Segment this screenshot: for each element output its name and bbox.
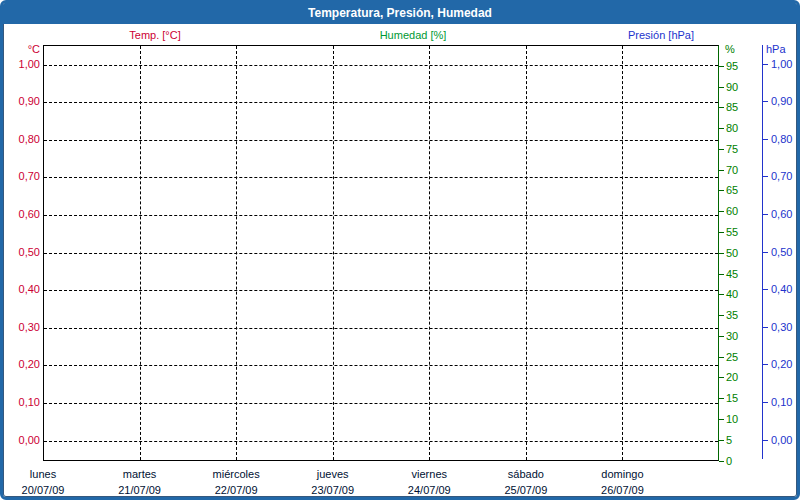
pressure-axis-tick-mark <box>763 327 768 328</box>
humidity-axis-tick-label: 75 <box>726 142 738 156</box>
humidity-axis-tick-mark <box>719 170 724 171</box>
x-axis-day-date: 22/07/09 <box>215 483 258 497</box>
temperature-axis-tick-label: 0,10 <box>3 395 40 409</box>
pressure-axis-tick-label: 1,00 <box>771 57 792 71</box>
humidity-axis-tick-label: 65 <box>726 183 738 197</box>
x-axis-day-date: 24/07/09 <box>408 483 451 497</box>
pressure-axis-tick-label: 0,20 <box>771 357 792 371</box>
x-axis-day-name: jueves <box>317 467 349 481</box>
humidity-axis-tick-mark <box>719 128 724 129</box>
humidity-axis-tick-label: 60 <box>726 204 738 218</box>
humidity-axis-tick-label: 5 <box>726 433 732 447</box>
pressure-axis-tick-label: 0,40 <box>771 282 792 296</box>
humidity-axis-tick-label: 90 <box>726 80 738 94</box>
legend-humidity: Humedad [%] <box>380 28 447 42</box>
gridline-horizontal <box>44 65 718 66</box>
pressure-axis-tick-mark <box>763 364 768 365</box>
temperature-axis-tick-label: 1,00 <box>3 57 40 71</box>
gridline-horizontal <box>44 102 718 103</box>
pressure-axis-tick-mark <box>763 252 768 253</box>
pressure-axis-tick-label: 0,80 <box>771 132 792 146</box>
humidity-axis-tick-label: 70 <box>726 163 738 177</box>
humidity-axis-tick-mark <box>719 398 724 399</box>
temperature-axis-tick-label: 0,60 <box>3 207 40 221</box>
gridline-horizontal <box>44 365 718 366</box>
humidity-axis-tick-mark <box>719 87 724 88</box>
gridline-horizontal <box>44 215 718 216</box>
x-axis-day-name: lunes <box>30 467 56 481</box>
x-axis-day-date: 25/07/09 <box>504 483 547 497</box>
gridline-horizontal <box>44 140 718 141</box>
legend-pressure: Presión [hPa] <box>628 28 694 42</box>
humidity-axis-tick-label: 95 <box>726 59 738 73</box>
humidity-axis-tick-mark <box>719 336 724 337</box>
humidity-axis-tick-label: 80 <box>726 121 738 135</box>
humidity-axis-tick-label: 20 <box>726 370 738 384</box>
humidity-axis-tick-mark <box>719 315 724 316</box>
x-axis-day-name: martes <box>123 467 157 481</box>
gridline-vertical <box>140 46 141 460</box>
humidity-axis-tick-mark <box>719 211 724 212</box>
humidity-axis-tick-mark <box>719 419 724 420</box>
x-axis-day-name: sábado <box>508 467 544 481</box>
legend-temperature: Temp. [°C] <box>129 28 180 42</box>
humidity-axis-tick-mark <box>719 149 724 150</box>
pressure-axis-tick-label: 0,90 <box>771 94 792 108</box>
humidity-axis-tick-label: 35 <box>726 308 738 322</box>
gridline-horizontal <box>44 177 718 178</box>
gridline-vertical <box>236 46 237 460</box>
pressure-axis-line <box>762 45 763 459</box>
pressure-axis-tick-mark <box>763 402 768 403</box>
humidity-axis-tick-mark <box>719 274 724 275</box>
pressure-axis-tick-mark <box>763 139 768 140</box>
pressure-axis-tick-label: 0,10 <box>771 395 792 409</box>
window-title: Temperatura, Presión, Humedad <box>3 3 797 24</box>
x-axis-day-name: miércoles <box>213 467 260 481</box>
x-axis-day-name: viernes <box>412 467 447 481</box>
temperature-axis-tick-label: 0,50 <box>3 245 40 259</box>
humidity-axis-tick-label: 55 <box>726 225 738 239</box>
humidity-axis-tick-mark <box>719 440 724 441</box>
pressure-axis-tick-mark <box>763 214 768 215</box>
temperature-axis-tick-label: 0,90 <box>3 94 40 108</box>
gridline-vertical <box>526 46 527 460</box>
humidity-axis-tick-label: 15 <box>726 391 738 405</box>
gridline-horizontal <box>44 253 718 254</box>
temperature-axis-tick-label: 0,20 <box>3 357 40 371</box>
humidity-axis-tick-mark <box>719 232 724 233</box>
pressure-axis-tick-label: 0,30 <box>771 320 792 334</box>
gridline-vertical <box>429 46 430 460</box>
humidity-axis-tick-mark <box>719 190 724 191</box>
humidity-axis-tick-label: 0 <box>726 454 732 468</box>
pressure-axis-tick-label: 0,60 <box>771 207 792 221</box>
humidity-axis-tick-mark <box>719 461 724 462</box>
humidity-axis-tick-mark <box>719 253 724 254</box>
plot-area <box>43 45 719 461</box>
humidity-axis-tick-label: 30 <box>726 329 738 343</box>
humidity-axis-tick-label: 10 <box>726 412 738 426</box>
x-axis-day-date: 20/07/09 <box>22 483 65 497</box>
humidity-axis-tick-label: 25 <box>726 350 738 364</box>
pressure-axis-unit-label: hPa <box>766 42 786 56</box>
pressure-axis-tick-label: 0,70 <box>771 169 792 183</box>
humidity-axis-tick-mark <box>719 107 724 108</box>
humidity-axis-tick-mark <box>719 294 724 295</box>
humidity-axis-tick-label: 85 <box>726 100 738 114</box>
gridline-horizontal <box>44 290 718 291</box>
temperature-axis-tick-label: 0,00 <box>3 433 40 447</box>
gridline-horizontal <box>44 403 718 404</box>
pressure-axis-tick-mark <box>763 64 768 65</box>
x-axis-day-date: 26/07/09 <box>601 483 644 497</box>
temperature-axis-tick-label: 0,80 <box>3 132 40 146</box>
temperature-axis-tick-label: 0,40 <box>3 282 40 296</box>
gridline-horizontal <box>44 328 718 329</box>
humidity-axis-tick-mark <box>719 357 724 358</box>
humidity-axis-tick-label: 45 <box>726 267 738 281</box>
pressure-axis-tick-mark <box>763 289 768 290</box>
temperature-axis-tick-label: 0,70 <box>3 169 40 183</box>
temperature-axis-tick-label: 0,30 <box>3 320 40 334</box>
humidity-axis-tick-label: 50 <box>726 246 738 260</box>
humidity-axis-unit-label: % <box>725 42 735 56</box>
gridline-vertical <box>333 46 334 460</box>
pressure-axis-tick-mark <box>763 440 768 441</box>
